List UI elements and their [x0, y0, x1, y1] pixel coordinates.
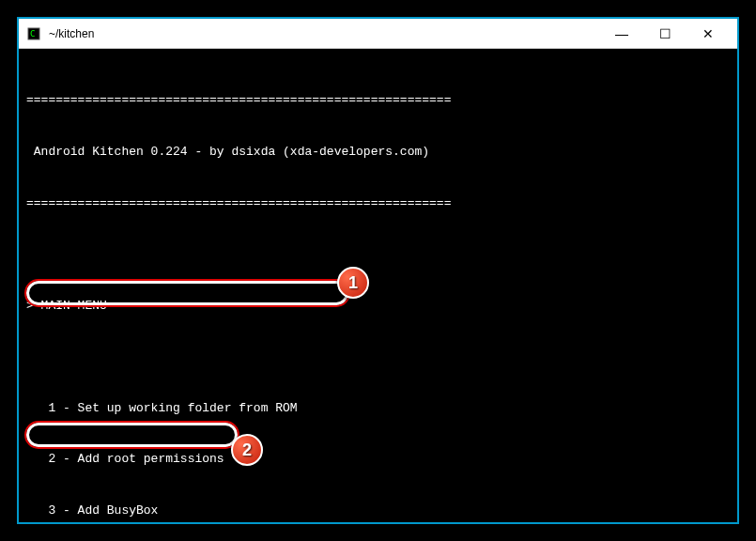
svg-text:C: C: [30, 29, 35, 39]
annotation-badge-1: 1: [337, 267, 369, 299]
titlebar: C ~/kitchen — ☐ ✕: [19, 19, 737, 49]
minimize-button[interactable]: —: [600, 19, 643, 49]
menu-item-3: 3 - Add BusyBox: [26, 502, 730, 519]
menu-item-1: 1 - Set up working folder from ROM: [26, 400, 730, 417]
annotation-badge-2: 2: [231, 434, 263, 466]
window-title: ~/kitchen: [49, 27, 600, 40]
separator: ========================================…: [26, 195, 730, 212]
app-icon: C: [26, 26, 41, 41]
blank-line: [26, 246, 730, 263]
terminal-output[interactable]: ========================================…: [19, 49, 737, 524]
maximize-button[interactable]: ☐: [643, 19, 687, 49]
menu-item-2: 2 - Add root permissions: [26, 451, 730, 468]
close-button[interactable]: ✕: [687, 19, 730, 49]
terminal-window: C ~/kitchen — ☐ ✕ ======================…: [17, 17, 739, 524]
blank-line: [26, 348, 730, 365]
app-header: Android Kitchen 0.224 - by dsixda (xda-d…: [26, 144, 730, 161]
menu-title: > MAIN MENU: [26, 298, 730, 315]
separator: ========================================…: [26, 92, 730, 109]
window-controls: — ☐ ✕: [600, 19, 730, 49]
